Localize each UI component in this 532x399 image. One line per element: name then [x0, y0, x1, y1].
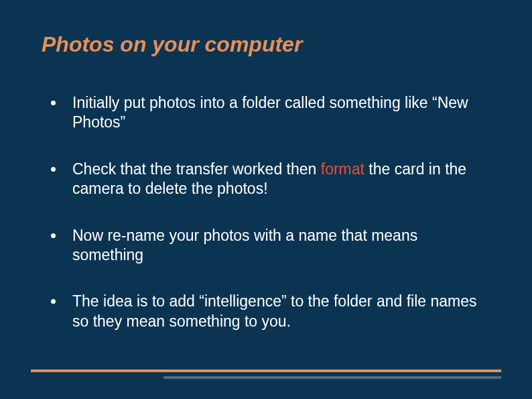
- bullet-text-pre: Check that the transfer worked then: [72, 160, 321, 178]
- slide-title: Photos on your computer: [42, 32, 490, 57]
- bullet-list: Initially put photos into a folder calle…: [42, 93, 490, 332]
- footer-decoration: [0, 369, 532, 384]
- list-item: Initially put photos into a folder calle…: [51, 93, 490, 133]
- list-item: The idea is to add “intelligence” to the…: [51, 292, 490, 331]
- bullet-text: Now re-name your photos with a name that…: [72, 227, 417, 264]
- list-item: Now re-name your photos with a name that…: [51, 226, 490, 266]
- footer-line-accent: [31, 369, 501, 372]
- slide: Photos on your computer Initially put ph…: [0, 0, 532, 399]
- list-item: Check that the transfer worked then form…: [51, 160, 490, 199]
- bullet-text-highlight: format: [321, 160, 364, 178]
- bullet-text: The idea is to add “intelligence” to the…: [72, 292, 476, 329]
- bullet-text: Initially put photos into a folder calle…: [72, 94, 468, 131]
- footer-line-secondary: [163, 376, 501, 379]
